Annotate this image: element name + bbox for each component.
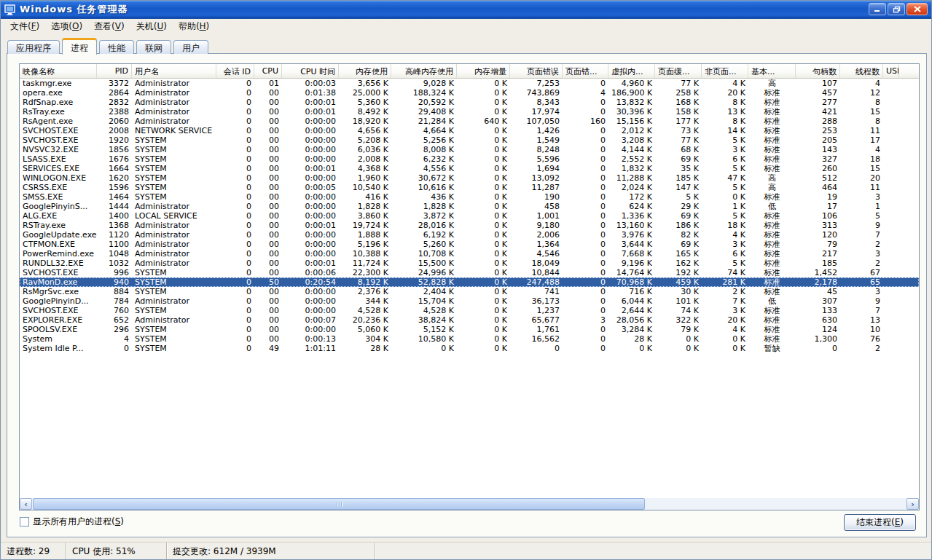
column-header[interactable]: 映像名称 (20, 64, 97, 79)
table-cell: 0 K (457, 230, 510, 240)
table-row[interactable]: ALG.EXE1400LOCAL SERVICE0000:00:003,860 … (20, 211, 919, 221)
column-header[interactable]: 高峰内存使用 (391, 64, 457, 79)
scrollbar-track[interactable] (32, 498, 906, 510)
table-cell: 1664 (97, 164, 132, 173)
table-row[interactable]: taskmgr.exe3372Administrator0010:00:033,… (20, 79, 919, 88)
column-header[interactable]: 页面错误 (510, 64, 563, 79)
table-cell: 165 K (655, 249, 702, 259)
scroll-right-arrow[interactable]: › (906, 498, 919, 510)
table-cell: 17,974 (510, 107, 563, 117)
table-row[interactable]: SVCHOST.EXE2008NETWORK SERVICE0000:00:00… (20, 126, 919, 135)
table-cell: 标准 (748, 135, 796, 145)
table-row[interactable]: LSASS.EXE1676SYSTEM0000:00:002,008 K6,23… (20, 154, 919, 164)
table-cell: 1,426 (510, 126, 563, 135)
menu-item[interactable]: 关机(U) (130, 19, 173, 34)
table-row[interactable]: SMSS.EXE1464SYSTEM0000:00:00416 K436 K0 … (20, 192, 919, 202)
table-cell: SYSTEM (132, 164, 216, 173)
menu-item[interactable]: 帮助(H) (173, 19, 215, 34)
table-row[interactable]: GooglePinyinS...1444Administrator0000:00… (20, 202, 919, 211)
column-header[interactable]: 非页面... (702, 64, 748, 79)
column-header[interactable]: CPU (254, 64, 282, 79)
table-row[interactable]: EXPLORER.EXE652Administrator0000:00:0720… (20, 315, 919, 325)
table-cell (883, 202, 899, 211)
table-cell: 3,976 K (608, 230, 655, 240)
table-row[interactable]: System4SYSTEM0000:00:13304 K10,580 K0 K1… (20, 334, 919, 344)
restore-button[interactable] (888, 3, 905, 15)
table-cell: 25,000 K (339, 88, 391, 98)
table-row[interactable]: SVCHOST.EXE1920SYSTEM0000:00:005,208 K5,… (20, 135, 919, 145)
table-cell (883, 287, 899, 296)
task-manager-window: { "window": { "title": "Windows 任务管理器" }… (0, 0, 932, 560)
table-row[interactable]: RdfSnap.exe2832Administrator0000:00:015,… (20, 98, 919, 107)
table-cell: 168 K (655, 98, 702, 107)
column-header[interactable]: 内存增量 (457, 64, 510, 79)
table-row[interactable]: opera.exe2864Administrator0000:01:3825,0… (20, 88, 919, 98)
table-cell: 5,256 K (391, 135, 457, 145)
show-all-users-checkbox[interactable] (20, 517, 29, 527)
table-row[interactable]: RsTray.exe2388Administrator0000:00:018,4… (20, 107, 919, 117)
table-row[interactable]: PowerRemind.exe1048Administrator0000:00:… (20, 249, 919, 259)
table-cell: 10,708 K (391, 249, 457, 259)
table-row[interactable]: RUNDLL32.EXE1032Administrator0000:00:011… (20, 259, 919, 268)
table-cell: 4 (563, 88, 608, 98)
table-row[interactable]: RavMonD.exe940SYSTEM0500:20:548,192 K52,… (20, 277, 919, 287)
table-cell: 暂缺 (748, 344, 796, 353)
column-header[interactable]: 线程数 (840, 64, 883, 79)
table-row[interactable]: WINLOGON.EXE1620SYSTEM0000:00:001,960 K3… (20, 173, 919, 183)
column-header[interactable]: 页面错... (563, 64, 608, 79)
table-row[interactable]: SPOOLSV.EXE296SYSTEM0000:00:005,060 K5,1… (20, 325, 919, 334)
table-row[interactable]: CSRSS.EXE1596SYSTEM0000:00:0510,540 K10,… (20, 183, 919, 192)
table-cell: 281 K (702, 277, 748, 287)
table-row[interactable]: CTFMON.EXE1100Administrator0000:00:005,1… (20, 240, 919, 249)
table-row[interactable]: GoogleUpdate.exe1120Administrator0000:00… (20, 230, 919, 240)
table-cell: 00 (254, 259, 282, 268)
tab-应用程序[interactable]: 应用程序 (7, 40, 60, 54)
column-header[interactable]: 会话 ID (216, 64, 254, 79)
close-button[interactable] (906, 3, 928, 15)
column-header[interactable]: 页面缓... (655, 64, 702, 79)
table-cell: 6 K (702, 249, 748, 259)
menu-item[interactable]: 文件(F) (4, 19, 45, 34)
table-cell: 1464 (97, 192, 132, 202)
table-cell: 标准 (748, 211, 796, 221)
table-row[interactable]: SVCHOST.EXE996SYSTEM0000:00:0622,300 K24… (20, 268, 919, 277)
tab-性能[interactable]: 性能 (99, 40, 134, 54)
column-header[interactable]: CPU 时间 (282, 64, 339, 79)
column-header[interactable]: 虚拟内... (608, 64, 655, 79)
column-header[interactable]: 句柄数 (796, 64, 840, 79)
menu-item[interactable]: 查看(V) (88, 19, 130, 34)
table-cell: 3,644 K (608, 240, 655, 249)
table-cell: System (20, 334, 97, 344)
table-row[interactable]: GooglePinyinD...784Administrator0000:00:… (20, 296, 919, 306)
column-header[interactable]: USE (883, 64, 899, 79)
table-row[interactable]: RsAgent.exe2060Administrator0000:00:0018… (20, 117, 919, 126)
column-header[interactable]: 内存使用 (339, 64, 391, 79)
scroll-left-arrow[interactable]: ‹ (20, 498, 32, 510)
table-cell: 6,192 K (391, 230, 457, 240)
tab-用户[interactable]: 用户 (173, 40, 208, 54)
table-row[interactable]: RsMgrSvc.exe884SYSTEM0000:00:002,376 K2,… (20, 287, 919, 296)
end-process-button[interactable]: 结束进程(E) (844, 514, 916, 531)
table-row[interactable]: SVCHOST.EXE760SYSTEM0000:00:004,528 K4,5… (20, 306, 919, 315)
table-cell: 10,616 K (391, 183, 457, 192)
table-cell (883, 259, 899, 268)
table-row[interactable]: NVSVC32.EXE1856SYSTEM0000:00:006,036 K8,… (20, 145, 919, 154)
tab-进程[interactable]: 进程 (62, 38, 97, 55)
column-header[interactable]: 用户名 (132, 64, 216, 79)
table-cell: 322 K (655, 315, 702, 325)
column-header-row: 映像名称PID用户名会话 IDCPUCPU 时间内存使用高峰内存使用内存增量页面… (20, 64, 919, 79)
table-cell: 0 K (457, 164, 510, 173)
minimize-button[interactable] (869, 3, 886, 15)
table-row[interactable]: RSTray.exe1368Administrator0000:00:0119,… (20, 221, 919, 230)
menu-item[interactable]: 选项(O) (45, 19, 88, 34)
tab-联网[interactable]: 联网 (136, 40, 171, 54)
table-row[interactable]: System Idle P...0SYSTEM0491:01:1128 K0 K… (20, 344, 919, 353)
horizontal-scrollbar[interactable]: ‹ › (20, 498, 919, 510)
table-cell: 0 (563, 230, 608, 240)
column-header[interactable]: PID (97, 64, 132, 79)
scrollbar-thumb[interactable] (33, 498, 645, 510)
table-cell: 205 (796, 135, 840, 145)
column-header[interactable]: 基本... (748, 64, 796, 79)
table-cell: RdfSnap.exe (20, 98, 97, 107)
table-row[interactable]: SERVICES.EXE1664SYSTEM0000:00:014,368 K4… (20, 164, 919, 173)
